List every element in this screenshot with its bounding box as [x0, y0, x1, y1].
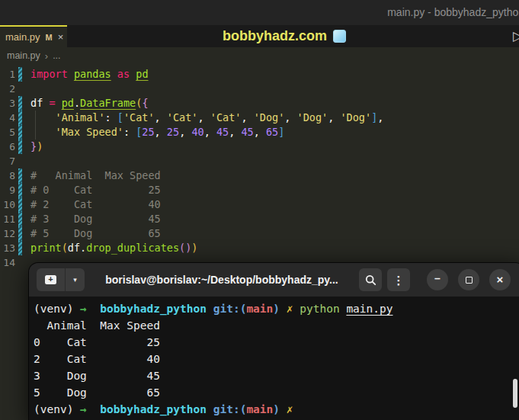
breadcrumb-file[interactable]: main.py: [7, 50, 40, 61]
tab-label: main.py: [5, 31, 40, 43]
line-number[interactable]: 4: [0, 111, 15, 125]
code-token: ,: [204, 126, 216, 138]
code-token: ,: [328, 111, 340, 123]
git-modified-marker[interactable]: [18, 226, 22, 241]
line-number[interactable]: 11: [0, 212, 15, 226]
code-token: drop_duplicates: [86, 242, 179, 254]
code-token: as: [117, 68, 130, 80]
code-token: [280, 303, 287, 315]
terminal-line: (venv) → bobbyhadz_python git:(main) ✗: [34, 401, 519, 418]
code-token: # 5 Dog 65: [30, 227, 161, 239]
window-title: main.py - bobbyhadz_python: [387, 6, 519, 18]
line-number[interactable]: 7: [0, 154, 15, 168]
tab-main-py[interactable]: main.py M ×: [0, 25, 67, 47]
code-token: python: [300, 303, 339, 315]
code-text[interactable]: import pandas as pd: [30, 67, 149, 82]
line-number[interactable]: 1: [0, 67, 15, 82]
new-tab-button[interactable]: [37, 268, 66, 291]
tab-dropdown-button[interactable]: ▾: [66, 268, 85, 291]
code-text[interactable]: # 0 Cat 25: [30, 183, 161, 197]
line-number[interactable]: 13: [0, 241, 15, 255]
code-token: 'Cat': [123, 111, 155, 123]
minimize-button[interactable]: –: [427, 269, 448, 290]
line-number[interactable]: 14: [0, 255, 15, 270]
git-modified-marker[interactable]: [18, 197, 22, 212]
code-token: [87, 403, 100, 415]
code-token: {: [142, 97, 148, 109]
code-token: ,: [254, 126, 266, 138]
line-number[interactable]: 9: [0, 183, 15, 197]
code-token: 45: [216, 126, 229, 138]
code-token: main.py: [346, 303, 392, 315]
code-line: 8# Animal Max Speed: [0, 168, 519, 183]
run-button-icon[interactable]: ▷: [513, 28, 519, 44]
terminal-line: Animal Max Speed: [34, 317, 519, 334]
code-line: 10# 2 Cat 40: [0, 197, 519, 212]
code-text[interactable]: df = pd.DataFrame({: [30, 96, 149, 111]
code-token: (): [179, 242, 191, 254]
line-number[interactable]: 3: [0, 96, 15, 111]
maximize-icon: [466, 277, 473, 284]
code-text[interactable]: 'Animal': ['Cat', 'Cat', 'Cat', 'Dog', '…: [30, 111, 383, 125]
terminal-line: (venv) → bobbyhadz_python git:(main) ✗ p…: [34, 300, 519, 317]
code-token: # 3 Dog 45: [30, 213, 161, 225]
line-number[interactable]: 8: [0, 168, 15, 183]
git-modified-marker[interactable]: [18, 241, 22, 255]
close-icon[interactable]: ×: [58, 31, 64, 43]
code-token: [207, 303, 213, 315]
code-token: bobbyhadz_python: [100, 403, 207, 415]
code-text[interactable]: print(df.drop_duplicates()): [30, 241, 198, 255]
code-line: 1import pandas as pd: [0, 67, 519, 82]
line-number[interactable]: 6: [0, 139, 15, 154]
git-modified-marker[interactable]: [18, 183, 22, 197]
git-modified-marker[interactable]: [18, 96, 22, 111]
code-token: 2 Cat 40: [34, 353, 160, 365]
editor-lines[interactable]: 1import pandas as pd23df = pd.DataFrame(…: [0, 64, 519, 270]
terminal-window: ▾ borislav@borislav:~/Desktop/bobbyhadz_…: [29, 263, 519, 420]
terminal-line: 2 Cat 40: [34, 351, 519, 367]
code-text[interactable]: # 3 Dog 45: [30, 212, 161, 226]
code-token: ]: [278, 126, 284, 138]
code-token: ,: [179, 126, 191, 138]
maximize-button[interactable]: [458, 269, 479, 290]
code-token: 'Dog': [254, 111, 285, 123]
code-text[interactable]: }): [30, 139, 43, 154]
git-modified-badge: M: [46, 33, 53, 42]
code-token: DataFrame: [80, 97, 136, 109]
code-text[interactable]: # 5 Dog 65: [30, 226, 161, 241]
git-modified-marker[interactable]: [18, 67, 22, 82]
git-modified-marker[interactable]: [18, 125, 22, 139]
code-token: pd: [62, 97, 74, 109]
git-modified-marker[interactable]: [18, 139, 22, 154]
terminal-titlebar[interactable]: ▾ borislav@borislav:~/Desktop/bobbyhadz_…: [29, 263, 519, 297]
code-token: # 0 Cat 25: [30, 184, 161, 196]
code-token: (venv): [34, 403, 80, 415]
code-token: [87, 303, 100, 315]
breadcrumb-more[interactable]: ...: [53, 50, 60, 61]
terminal-output[interactable]: (venv) → bobbyhadz_python git:(main) ✗ p…: [29, 297, 519, 418]
terminal-scrollbar[interactable]: [513, 379, 517, 408]
line-number[interactable]: 5: [0, 125, 15, 139]
line-number[interactable]: 10: [0, 197, 15, 212]
git-modified-marker[interactable]: [18, 168, 22, 183]
code-token: ,: [241, 111, 253, 123]
code-text[interactable]: # Animal Max Speed: [30, 168, 161, 183]
banner-title: bobbyhadz.com: [223, 28, 327, 44]
screen: main.py - bobbyhadz_python main.py M × b…: [0, 0, 519, 420]
code-line: 4 'Animal': ['Cat', 'Cat', 'Cat', 'Dog',…: [0, 111, 519, 125]
code-token: ,: [155, 126, 167, 138]
code-token: [30, 126, 56, 138]
git-modified-marker[interactable]: [18, 212, 22, 226]
code-token: 'Dog': [340, 111, 371, 123]
git-modified-marker[interactable]: [18, 111, 22, 125]
code-token: print: [30, 242, 62, 254]
line-number[interactable]: 12: [0, 226, 15, 241]
close-button[interactable]: ×: [489, 269, 511, 290]
code-text[interactable]: 'Max Speed': [25, 25, 40, 45, 45, 65]: [30, 125, 284, 139]
code-token: 'Cat': [210, 111, 242, 123]
code-token: ,: [284, 111, 296, 123]
line-number[interactable]: 2: [0, 82, 15, 96]
code-text[interactable]: # 2 Cat 40: [30, 197, 161, 212]
menu-button[interactable]: ⋮: [387, 268, 410, 291]
search-button[interactable]: [359, 268, 382, 291]
